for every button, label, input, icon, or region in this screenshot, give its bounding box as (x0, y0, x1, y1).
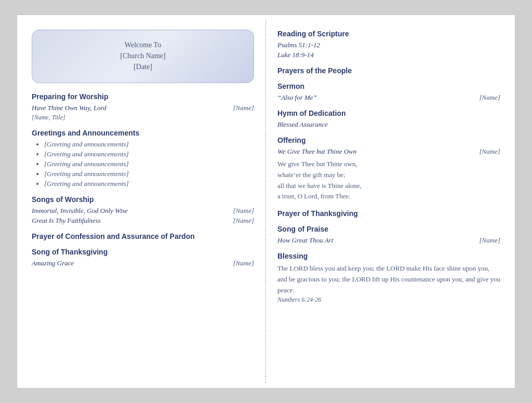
greetings-list: [Greeting and announcements] [Greeting a… (44, 140, 254, 188)
sermon-name: [Name] (480, 93, 500, 102)
song-amazing-grace-title: Amazing Grace (32, 259, 74, 267)
song-great-title: Great Is Thy Faithfulness (32, 217, 101, 225)
offering-song-name: [Name] (480, 147, 500, 156)
song-have-thine-name: [Name] (233, 104, 254, 112)
welcome-line2: [Church Name] (43, 50, 243, 61)
song-immortal-title: Immortal, Invisible, God Only Wise (32, 207, 128, 215)
blessing-ref: Numbers 6:24-26 (277, 296, 500, 304)
welcome-line3: [Date] (43, 61, 243, 72)
section-sermon-heading: Sermon (277, 82, 500, 90)
left-panel: Welcome To [Church Name] [Date] Preparin… (22, 20, 266, 383)
section-preparing-heading: Preparing for Worship (32, 92, 254, 101)
section-song-thanksgiving-heading: Song of Thanksgiving (32, 248, 254, 256)
welcome-line1: Welcome To (43, 39, 243, 50)
section-offering-heading: Offering (277, 136, 500, 144)
sermon-title: “Also for Me” (277, 93, 317, 102)
offering-song-title: We Give Thee but Thine Own (277, 147, 356, 156)
song-how-great-name: [Name] (480, 236, 500, 245)
song-amazing-grace-name: [Name] (233, 259, 254, 267)
section-prayer-confession-heading: Prayer of Confession and Assurance of Pa… (32, 232, 254, 240)
sermon-song: “Also for Me” [Name] (277, 93, 500, 102)
section-songs-heading: Songs of Worship (32, 195, 254, 204)
page-wrapper: Welcome To [Church Name] [Date] Preparin… (17, 15, 515, 388)
song-great-name: [Name] (233, 217, 254, 225)
list-item: [Greeting and announcements] (44, 150, 254, 158)
list-item: [Greeting and announcements] (44, 170, 254, 178)
song-great: Great Is Thy Faithfulness [Name] (32, 217, 254, 225)
section-greetings-heading: Greetings and Announcements (32, 129, 254, 137)
offering-text: We give Thee but Thine own, whate’er the… (277, 159, 500, 202)
list-item: [Greeting and announcements] (44, 140, 254, 149)
section-prayers-heading: Prayers of the People (277, 66, 500, 75)
scripture-luke: Luke 18:9-14 (277, 51, 500, 59)
section-hymn-heading: Hymn of Dedication (277, 109, 500, 117)
song-amazing-grace: Amazing Grace [Name] (32, 259, 254, 267)
song-have-thine-title: Have Thine Own Way, Lord (32, 104, 107, 112)
song-immortal-name: [Name] (233, 207, 254, 215)
hymn-title: Blessed Assurance (277, 120, 500, 129)
list-item: [Greeting and announcements] (44, 160, 254, 168)
right-panel: Reading of Scripture Psalms 51:1-12 Luke… (266, 20, 510, 383)
preparing-subtitle: [Name, Title] (32, 114, 254, 122)
scripture-psalms: Psalms 51:1-12 (277, 41, 500, 49)
song-how-great-title: How Great Thou Art (277, 236, 333, 245)
song-have-thine: Have Thine Own Way, Lord [Name] (32, 104, 254, 112)
list-item: [Greeting and announcements] (44, 180, 254, 188)
offering-song: We Give Thee but Thine Own [Name] (277, 147, 500, 156)
section-prayer-thanksgiving-heading: Prayer of Thanksgiving (277, 209, 500, 218)
welcome-box: Welcome To [Church Name] [Date] (32, 30, 254, 83)
blessing-text: The LORD bless you and keep you; the LOR… (277, 263, 500, 295)
song-immortal: Immortal, Invisible, God Only Wise [Name… (32, 207, 254, 215)
section-scripture-heading: Reading of Scripture (277, 30, 500, 38)
song-how-great: How Great Thou Art [Name] (277, 236, 500, 245)
section-blessing-heading: Blessing (277, 252, 500, 260)
section-song-praise-heading: Song of Praise (277, 225, 500, 233)
